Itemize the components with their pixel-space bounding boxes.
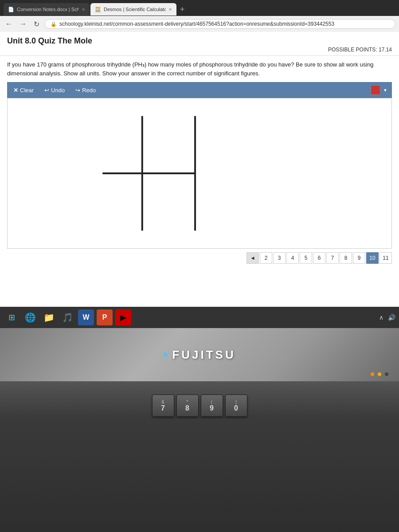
taskbar-media-icon[interactable]: 🎵 <box>59 309 75 325</box>
taskbar-video-icon[interactable]: ▶ <box>115 309 131 325</box>
tab-close-btn[interactable]: ✕ <box>82 7 85 12</box>
forward-button[interactable]: → <box>18 20 28 28</box>
question-body: If you have 170 grams of phosphorous tri… <box>7 61 374 77</box>
question-text: If you have 170 grams of phosphorous tri… <box>0 56 399 82</box>
page-btn-3[interactable]: 3 <box>273 252 286 264</box>
indicator-off <box>385 372 388 376</box>
page-btn-8[interactable]: 8 <box>340 252 352 264</box>
fujitsu-logo-area: FUJITSU <box>163 348 235 362</box>
redo-label: Redo <box>82 87 96 94</box>
page-title: Unit 8.0 Quiz The Mole <box>7 36 92 46</box>
keyboard-area: & 7 * 8 ( 9 ) 0 <box>0 381 399 532</box>
drawing-toolbar: ✕ Clear ↩ Undo ↪ Redo ▼ <box>7 82 392 98</box>
indicator-orange <box>371 372 374 376</box>
tab-bar: 📄 Conversion Notes.docx | Schoolo ✕ 🧮 De… <box>0 0 399 16</box>
page-btn-9[interactable]: 9 <box>353 252 365 264</box>
key-7-main: 7 <box>161 404 165 412</box>
key-7-top: & <box>161 399 164 404</box>
key-9-top: ( <box>211 399 212 404</box>
tab-conversion-notes[interactable]: 📄 Conversion Notes.docx | Schoolo ✕ <box>4 3 90 16</box>
taskbar-ppt-icon[interactable]: P <box>97 309 113 325</box>
clear-x-icon: ✕ <box>13 87 18 94</box>
address-bar-row: ← → ↻ 🔒 schoology.kleinisd.net/common-as… <box>0 16 399 32</box>
undo-icon: ↩ <box>44 87 49 94</box>
page-btn-4[interactable]: 4 <box>286 252 299 264</box>
clear-button[interactable]: ✕ Clear <box>12 86 35 94</box>
page-btn-10[interactable]: 10 <box>366 252 379 264</box>
redo-button[interactable]: ↪ Redo <box>74 86 98 94</box>
taskbar-windows-icon[interactable]: ⊞ <box>4 309 20 325</box>
color-swatch[interactable] <box>371 85 380 95</box>
page-header: Unit 8.0 Quiz The Mole POSSIBLE POINTS: … <box>0 32 399 56</box>
page-content: Unit 8.0 Quiz The Mole POSSIBLE POINTS: … <box>0 32 399 307</box>
tab-close-desmos-btn[interactable]: ✕ <box>168 7 172 12</box>
tab-icon: 📄 <box>8 7 14 12</box>
indicator-amber <box>378 372 381 376</box>
drawing-canvas[interactable] <box>7 98 392 249</box>
taskbar-word-icon[interactable]: W <box>78 309 94 325</box>
taskbar-chrome-icon[interactable]: 🌐 <box>22 309 38 325</box>
browser-chrome: 📄 Conversion Notes.docx | Schoolo ✕ 🧮 De… <box>0 0 399 32</box>
color-dropdown-arrow[interactable]: ▼ <box>383 88 387 93</box>
back-button[interactable]: ← <box>4 20 14 28</box>
page-arrow-left[interactable]: ◄ <box>246 252 259 264</box>
fujitsu-dot <box>163 352 168 357</box>
refresh-button[interactable]: ↻ <box>32 20 41 28</box>
key-0-main: 0 <box>234 404 238 412</box>
undo-label: Undo <box>51 87 65 94</box>
system-tray-sound[interactable]: 🔊 <box>388 314 395 321</box>
fujitsu-brand: FUJITSU <box>172 348 235 362</box>
key-8-main: 8 <box>185 404 189 412</box>
redo-icon: ↪ <box>75 87 80 94</box>
page-btn-7[interactable]: 7 <box>326 252 339 264</box>
page-btn-6[interactable]: 6 <box>313 252 325 264</box>
key-9[interactable]: ( 9 <box>201 395 223 417</box>
lock-icon: 🔒 <box>51 21 57 27</box>
taskbar: ⊞ 🌐 📁 🎵 W P ▶ ∧ 🔊 <box>0 307 399 328</box>
page-btn-2[interactable]: 2 <box>260 252 272 264</box>
tab-label-desmos: Desmos | Scientific Calculator <box>104 7 166 12</box>
canvas-svg <box>8 98 391 248</box>
laptop-body-top: FUJITSU <box>0 328 399 381</box>
tab-label: Conversion Notes.docx | Schoolo <box>17 7 79 12</box>
tab-icon-desmos: 🧮 <box>95 7 101 12</box>
clear-label: Clear <box>20 87 34 94</box>
new-tab-button[interactable]: + <box>177 5 188 13</box>
key-0-top: ) <box>235 399 237 404</box>
key-0[interactable]: ) 0 <box>225 395 247 417</box>
address-text: schoology.kleinisd.net/common-assessment… <box>59 21 334 27</box>
key-8[interactable]: * 8 <box>176 395 199 417</box>
keyboard-row-numbers: & 7 * 8 ( 9 ) 0 <box>152 395 247 417</box>
address-bar[interactable]: 🔒 schoology.kleinisd.net/common-assessme… <box>45 19 395 29</box>
page-btn-5[interactable]: 5 <box>300 252 312 264</box>
key-7[interactable]: & 7 <box>152 395 174 417</box>
indicator-lights <box>371 372 388 376</box>
undo-button[interactable]: ↩ Undo <box>43 86 66 94</box>
possible-points: POSSIBLE POINTS: 17.14 <box>7 47 392 53</box>
pagination: ◄ 2 3 4 5 6 7 8 9 10 11 <box>0 249 399 267</box>
tab-desmos[interactable]: 🧮 Desmos | Scientific Calculator ✕ <box>90 3 176 16</box>
key-8-top: * <box>187 399 188 404</box>
page-btn-11[interactable]: 11 <box>379 252 392 264</box>
system-tray-up[interactable]: ∧ <box>379 314 383 321</box>
taskbar-files-icon[interactable]: 📁 <box>41 309 57 325</box>
key-9-main: 9 <box>210 404 214 412</box>
